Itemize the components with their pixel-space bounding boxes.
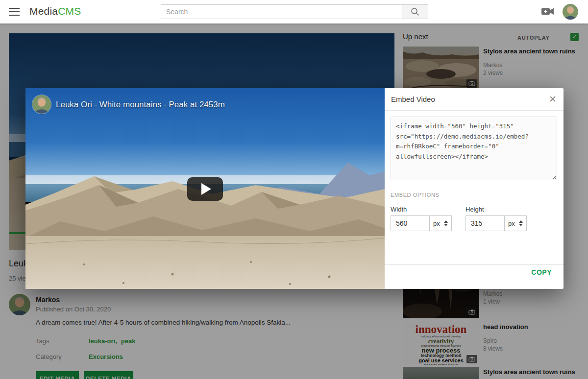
preview-video-title[interactable]: Leuka Ori - White mountains - Peak at 24… xyxy=(56,100,225,110)
preview-play-button[interactable] xyxy=(187,177,223,201)
menu-icon[interactable] xyxy=(9,8,20,16)
divider xyxy=(385,264,564,265)
height-input[interactable] xyxy=(466,215,504,231)
copy-button[interactable]: COPY xyxy=(531,268,552,276)
embed-dialog: Embed Video ✕ <iframe width="560" height… xyxy=(385,88,564,289)
embed-code-textarea[interactable]: <iframe width="560" height="315" src="ht… xyxy=(391,117,557,180)
embed-options-label: EMBED OPTIONS xyxy=(391,192,439,198)
upload-media-button[interactable] xyxy=(541,7,554,16)
search-button[interactable] xyxy=(402,4,428,19)
unit-label: px xyxy=(433,220,440,227)
app-logo[interactable]: MediaCMS xyxy=(29,5,81,17)
height-unit-select[interactable]: px xyxy=(504,215,527,231)
preview-author-avatar[interactable] xyxy=(32,95,51,114)
spinner-icon xyxy=(519,220,523,226)
embed-video-modal: Leuka Ori - White mountains - Peak at 24… xyxy=(25,88,564,289)
video-camera-plus-icon xyxy=(541,7,554,16)
search-input[interactable] xyxy=(161,4,402,19)
height-label: Height xyxy=(466,206,484,213)
play-icon xyxy=(201,183,211,195)
dialog-title: Embed Video xyxy=(391,95,435,103)
unit-label: px xyxy=(508,220,515,227)
app-header: MediaCMS xyxy=(0,0,588,24)
spinner-icon xyxy=(444,220,448,226)
width-input[interactable] xyxy=(391,215,429,231)
divider xyxy=(385,110,564,111)
width-unit-select[interactable]: px xyxy=(429,215,452,231)
search-icon xyxy=(411,7,419,16)
width-label: Width xyxy=(391,206,407,213)
user-avatar[interactable] xyxy=(563,4,578,20)
close-icon[interactable]: ✕ xyxy=(549,94,557,105)
page: Leuka Ori - White mountains - Peak at 24… xyxy=(0,0,588,379)
embed-preview-player[interactable]: Leuka Ori - White mountains - Peak at 24… xyxy=(25,88,385,289)
